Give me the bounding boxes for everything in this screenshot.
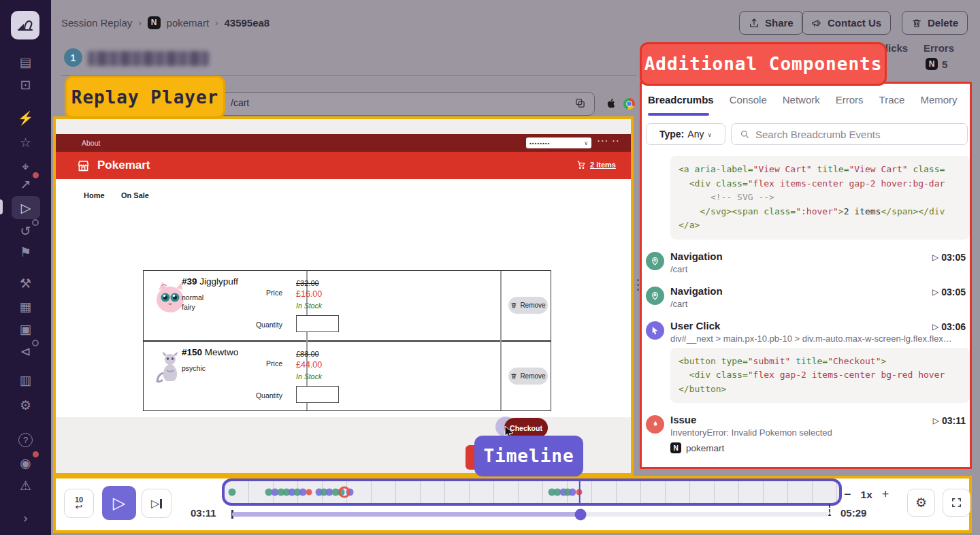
sidebar-glyph: ◉ bbox=[20, 455, 31, 471]
event-row-issue[interactable]: IssueInventoryError: Invalid Pokemon sel… bbox=[646, 414, 970, 453]
cart-icon bbox=[576, 160, 586, 169]
timeline-minimap[interactable] bbox=[222, 479, 842, 506]
jump-to-time-button[interactable]: ▷03:05 bbox=[932, 252, 966, 263]
view-cart-link[interactable]: 2 items bbox=[576, 160, 616, 169]
seek-thumb[interactable] bbox=[574, 508, 586, 520]
tab-console[interactable]: Console bbox=[730, 94, 767, 106]
breadcrumb-search-input[interactable]: Search Breadcrumb Events bbox=[731, 123, 968, 145]
live-icon[interactable]: ◉ bbox=[0, 453, 51, 473]
data-management-icon[interactable]: ⊡ bbox=[0, 74, 51, 95]
seek-bar[interactable] bbox=[232, 512, 828, 517]
event-row-user-click[interactable]: User Clickdiv#__next > main.px-10.pb-10 … bbox=[646, 320, 970, 344]
sidebar-glyph: ? bbox=[18, 433, 33, 447]
library-icon[interactable]: ▣ bbox=[0, 319, 51, 339]
breadcrumb-item[interactable]: 43595ea8 bbox=[224, 17, 270, 29]
favorites-icon[interactable]: ☆ bbox=[0, 132, 51, 152]
sidebar-glyph: › bbox=[23, 510, 27, 525]
settings-icon[interactable]: ⚙ bbox=[0, 395, 51, 415]
avatar[interactable]: 1 bbox=[64, 48, 82, 67]
trends-icon[interactable]: ↗ bbox=[0, 174, 51, 194]
sidebar-glyph: ↺ bbox=[20, 223, 31, 239]
history-icon[interactable]: ↺ bbox=[0, 221, 51, 241]
event-subtitle: /cart bbox=[670, 299, 955, 309]
old-price: £88.00 bbox=[296, 350, 319, 358]
pin-icon bbox=[646, 287, 664, 305]
experiments-icon[interactable]: ⚒ bbox=[0, 273, 51, 293]
player-settings-button[interactable]: ⚙ bbox=[907, 489, 935, 517]
old-price: £32.00 bbox=[296, 279, 319, 287]
site-brand[interactable]: Pokemart bbox=[97, 159, 150, 172]
sidebar-glyph: ⚠ bbox=[20, 478, 31, 493]
help-icon[interactable]: ? bbox=[0, 429, 51, 450]
trash-icon bbox=[911, 18, 922, 29]
speed-increase-button[interactable]: + bbox=[882, 487, 889, 502]
posthog-logo[interactable] bbox=[11, 11, 39, 39]
megaphone-icon bbox=[811, 18, 822, 29]
tab-network[interactable]: Network bbox=[783, 94, 820, 106]
type-filter-dropdown[interactable]: Type:Any∨ bbox=[646, 123, 725, 145]
search-icon bbox=[740, 129, 750, 140]
speed-decrease-button[interactable]: − bbox=[844, 487, 851, 502]
session-replay-icon[interactable]: ▷ bbox=[12, 196, 40, 219]
fullscreen-button[interactable] bbox=[943, 489, 970, 517]
event-title: Navigation bbox=[670, 285, 970, 297]
activity-icon[interactable]: ⚡ bbox=[0, 108, 51, 128]
replay-url-text: /cart bbox=[231, 97, 249, 108]
tab-trace[interactable]: Trace bbox=[879, 94, 905, 106]
site-about-link[interactable]: About bbox=[82, 139, 100, 147]
speed-value[interactable]: 1x bbox=[861, 489, 872, 501]
sidebar-glyph: ▥ bbox=[20, 372, 32, 388]
site-select[interactable]: •••••••• ∨ bbox=[526, 137, 591, 148]
annotation-additional-components: Additional Components bbox=[640, 42, 887, 86]
event-row-navigation[interactable]: Navigation/cart▷03:05 bbox=[646, 285, 970, 309]
jump-to-time-button[interactable]: ▷03:06 bbox=[932, 321, 966, 332]
rewind-10-button[interactable]: 10↩ bbox=[64, 489, 94, 518]
remove-button[interactable]: Remove bbox=[508, 297, 548, 314]
flame-icon bbox=[646, 415, 664, 434]
product-analytics-icon[interactable]: ▥ bbox=[0, 370, 51, 390]
annotation-replay-player: Replay Player bbox=[65, 76, 225, 118]
notebooks-icon[interactable]: ▤ bbox=[0, 52, 51, 72]
share-button[interactable]: Share bbox=[739, 11, 803, 35]
event-subtitle: div#__next > main.px-10.pb-10 > div.m-au… bbox=[670, 334, 955, 344]
breadcrumb-item[interactable]: Session Replay bbox=[61, 17, 132, 29]
event-timestamp: 03:05 bbox=[941, 287, 966, 297]
inspector-tabs: BreadcrumbsConsoleNetworkErrorsTraceMemo… bbox=[648, 94, 972, 106]
chevron-down-icon: ∨ bbox=[707, 131, 712, 138]
sidebar-glyph: ⚒ bbox=[20, 276, 31, 291]
announcements-icon[interactable]: ⊲ bbox=[0, 341, 51, 361]
quantity-input[interactable] bbox=[296, 315, 339, 332]
site-header: Pokemart 2 items bbox=[56, 152, 631, 179]
fullscreen-icon bbox=[951, 497, 962, 508]
tab-memory[interactable]: Memory bbox=[920, 94, 957, 106]
remove-button[interactable]: Remove bbox=[508, 368, 548, 385]
skip-to-end-button[interactable]: ▷ bbox=[142, 489, 172, 518]
warning-icon[interactable]: ⚠ bbox=[0, 475, 51, 496]
sidebar-glyph: ⚡ bbox=[18, 110, 34, 126]
breadcrumb-item[interactable]: pokemart bbox=[167, 17, 210, 29]
tab-errors[interactable]: Errors bbox=[836, 94, 864, 106]
tab-breadcrumbs[interactable]: Breadcrumbs bbox=[648, 94, 714, 106]
pokemon-name: #39 Jigglypuff bbox=[182, 276, 238, 287]
site-nav-onsale[interactable]: On Sale bbox=[121, 191, 149, 199]
site-nav-home[interactable]: Home bbox=[84, 191, 105, 199]
copy-icon[interactable] bbox=[574, 97, 586, 109]
contact-us-button[interactable]: Contact Us bbox=[802, 11, 891, 35]
event-row-navigation[interactable]: Navigation/cart▷03:05 bbox=[646, 250, 970, 274]
timeline-playhead[interactable] bbox=[579, 481, 581, 503]
jump-to-time-button[interactable]: ▷03:05 bbox=[932, 287, 966, 297]
seek-end-marker: ¦▲ bbox=[826, 504, 833, 517]
expand-icon[interactable]: › bbox=[0, 508, 51, 528]
alerts-icon[interactable]: ⚑ bbox=[0, 242, 51, 262]
delete-button[interactable]: Delete bbox=[902, 11, 968, 35]
cart-item-row: #39 JigglypuffnormalfairyPrice£32.00£16.… bbox=[144, 271, 551, 341]
timeline-marker-green bbox=[228, 489, 235, 496]
jump-to-time-button[interactable]: ▷03:11 bbox=[933, 415, 966, 426]
skip-end-icon: ▷ bbox=[151, 497, 159, 510]
quantity-input[interactable] bbox=[296, 386, 339, 403]
dashboards-icon[interactable]: ▦ bbox=[0, 296, 51, 317]
button-label: Share bbox=[765, 17, 794, 29]
play-button[interactable]: ▷ bbox=[102, 486, 136, 520]
pokemon-type: fairy bbox=[182, 303, 195, 311]
sidebar-glyph: ⊲ bbox=[20, 344, 31, 359]
